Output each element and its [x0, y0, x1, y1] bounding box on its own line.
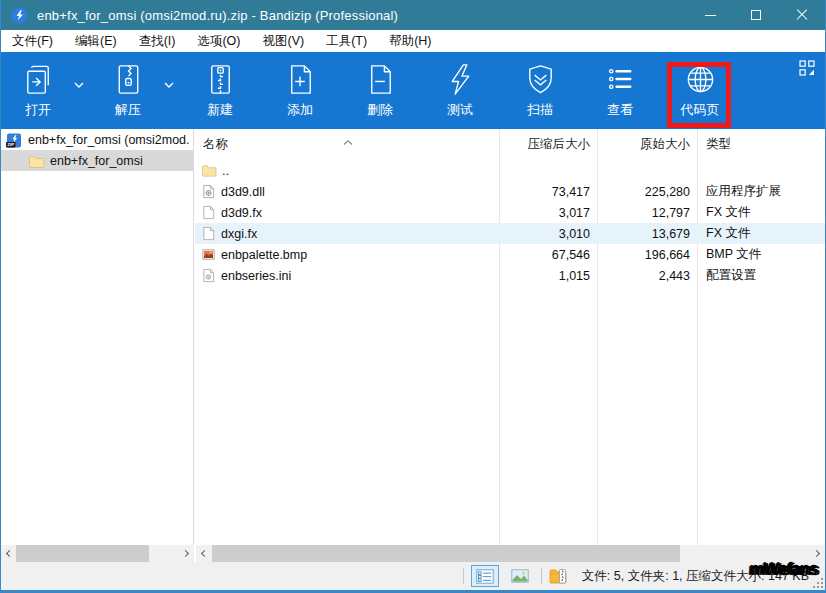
test-icon [443, 62, 478, 97]
folder-icon [28, 154, 45, 169]
extract-button[interactable]: 解压 [99, 60, 157, 124]
minimize-icon [705, 15, 716, 16]
menu-help[interactable]: 帮助(H) [378, 31, 442, 52]
menu-file[interactable]: 文件(F) [1, 31, 64, 52]
table-row[interactable]: d3d9.dll 73,417 225,280 应用程序扩展 [195, 181, 825, 202]
bmp-file-icon [201, 247, 216, 262]
file-name: .. [222, 164, 229, 178]
scrollbar-strip [1, 545, 825, 562]
status-bar: 文件: 5, 文件夹: 1, 压缩文件大小: 147 KB mWefans [1, 562, 825, 590]
table-row[interactable]: enbseries.ini 1,015 2,443 配置设置 [195, 265, 825, 286]
ini-file-icon [201, 268, 216, 283]
compressed-size: 3,010 [500, 227, 598, 241]
new-archive-icon [203, 62, 238, 97]
divider [541, 568, 542, 584]
delete-button[interactable]: 删除 [351, 60, 409, 124]
scroll-left-arrow[interactable] [1, 545, 16, 562]
extract-dropdown-chevron[interactable] [161, 78, 177, 92]
test-button[interactable]: 测试 [431, 60, 489, 124]
extract-label: 解压 [115, 101, 141, 119]
grid-layout-icon [799, 60, 815, 76]
table-row[interactable]: .. [195, 160, 825, 181]
tree-item-archive-root[interactable]: ZIP enb+fx_for_omsi (omsi2mod. [1, 129, 193, 150]
svg-text:ZIP: ZIP [7, 142, 14, 147]
layout-toggle-button[interactable] [799, 60, 815, 76]
compressed-size: 67,546 [500, 248, 598, 262]
chevron-down-icon [74, 82, 84, 88]
menu-view[interactable]: 视图(V) [252, 31, 316, 52]
view-icon [603, 62, 638, 97]
list-header: 名称 压缩后大小 原始大小 类型 [195, 129, 825, 160]
original-size: 13,679 [598, 227, 698, 241]
window-title: enb+fx_for_omsi (omsi2mod.ru).zip - Band… [37, 8, 398, 23]
tree-item-folder[interactable]: enb+fx_for_omsi [1, 150, 193, 171]
column-header-original-size[interactable]: 原始大小 [598, 136, 698, 153]
maximize-button[interactable] [733, 0, 779, 30]
tree-item-label: enb+fx_for_omsi [50, 154, 143, 168]
file-icon [201, 205, 216, 220]
new-archive-button[interactable]: 新建 [191, 60, 249, 124]
column-header-type[interactable]: 类型 [698, 136, 825, 153]
file-type: FX 文件 [698, 225, 825, 242]
open-icon [21, 62, 56, 97]
codepage-button[interactable]: 代码页 [671, 60, 729, 124]
table-row-highlighted[interactable]: dxgi.fx 3,010 13,679 FX 文件 [195, 223, 825, 244]
scan-label: 扫描 [527, 101, 553, 119]
open-button[interactable]: 打开 [9, 60, 67, 124]
file-name: enbseries.ini [221, 269, 291, 283]
menu-edit[interactable]: 编辑(E) [64, 31, 128, 52]
scrollbar-thumb[interactable] [212, 545, 680, 562]
list-horizontal-scrollbar[interactable] [196, 545, 825, 562]
original-size: 2,443 [598, 269, 698, 283]
table-row[interactable]: enbpalette.bmp 67,546 196,664 BMP 文件 [195, 244, 825, 265]
compressed-size: 73,417 [500, 185, 598, 199]
file-icon [201, 226, 216, 241]
resize-grip[interactable] [813, 578, 823, 588]
details-view-icon [476, 569, 494, 584]
file-type: FX 文件 [698, 204, 825, 221]
thumbnail-view-button[interactable] [506, 565, 534, 587]
watermark: mWefans [748, 559, 818, 579]
column-header-compressed-size[interactable]: 压缩后大小 [500, 136, 598, 153]
add-icon [283, 62, 318, 97]
new-archive-label: 新建 [207, 101, 233, 119]
thumbnail-view-icon [511, 569, 529, 583]
compressed-size: 3,017 [500, 206, 598, 220]
view-button[interactable]: 查看 [591, 60, 649, 124]
file-name: dxgi.fx [221, 227, 257, 241]
tree-item-label: enb+fx_for_omsi (omsi2mod. [28, 133, 190, 147]
close-button[interactable] [779, 0, 825, 30]
title-bar[interactable]: enb+fx_for_omsi (omsi2mod.ru).zip - Band… [1, 0, 825, 30]
test-label: 测试 [447, 101, 473, 119]
view-label: 查看 [607, 101, 633, 119]
toolbar: 打开 解压 新建 [1, 52, 825, 129]
minimize-button[interactable] [687, 0, 733, 30]
bandizip-window: enb+fx_for_omsi (omsi2mod.ru).zip - Band… [0, 0, 826, 593]
open-label: 打开 [25, 101, 51, 119]
menu-find[interactable]: 查找(I) [128, 31, 187, 52]
details-view-button[interactable] [471, 565, 499, 587]
dll-file-icon [201, 184, 216, 199]
tree-horizontal-scrollbar[interactable] [1, 545, 194, 562]
file-list-panel: 名称 压缩后大小 原始大小 类型 .. [195, 129, 825, 545]
original-size: 12,797 [598, 206, 698, 220]
scroll-left-arrow[interactable] [196, 545, 211, 562]
delete-icon [363, 62, 398, 97]
zip-archive-icon: ZIP [6, 133, 23, 148]
open-archive-folder-icon [549, 568, 569, 585]
menu-options[interactable]: 选项(O) [186, 31, 251, 52]
sort-ascending-icon [343, 131, 353, 149]
codepage-label: 代码页 [681, 101, 720, 119]
main-area: ZIP enb+fx_for_omsi (omsi2mod. enb+fx_fo… [1, 129, 825, 545]
scan-icon [523, 62, 558, 97]
open-dropdown-chevron[interactable] [71, 78, 87, 92]
scrollbar-thumb[interactable] [16, 545, 149, 562]
scroll-right-arrow[interactable] [179, 545, 194, 562]
add-button[interactable]: 添加 [271, 60, 329, 124]
table-row[interactable]: d3d9.fx 3,017 12,797 FX 文件 [195, 202, 825, 223]
scan-button[interactable]: 扫描 [511, 60, 569, 124]
chevron-down-icon [164, 82, 174, 88]
codepage-globe-icon [683, 62, 718, 97]
maximize-icon [751, 10, 761, 20]
menu-tools[interactable]: 工具(T) [315, 31, 378, 52]
